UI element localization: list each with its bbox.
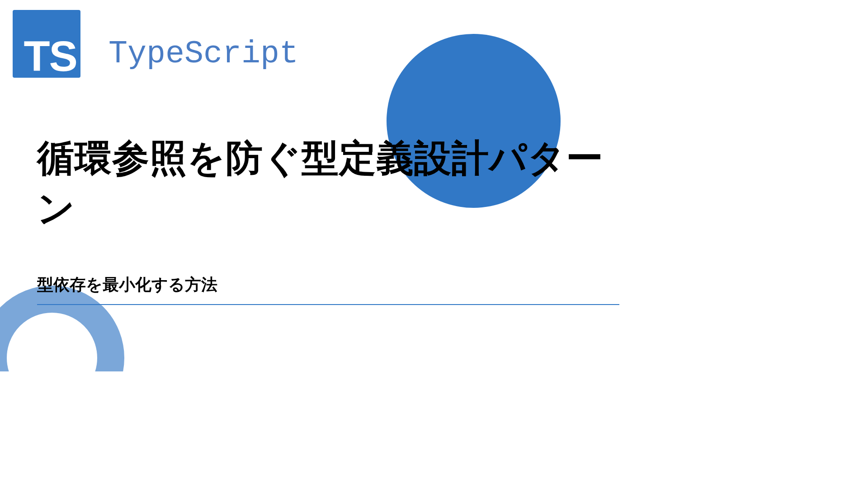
- brand-name: TypeScript: [108, 36, 298, 72]
- slide-subtitle: 型依存を最小化する方法: [37, 274, 619, 304]
- subtitle-section: 型依存を最小化する方法: [37, 274, 619, 305]
- divider-line: [37, 304, 619, 305]
- typescript-logo-icon: TS: [13, 10, 80, 78]
- logo-text: TS: [24, 35, 77, 78]
- slide-title: 循環参照を防ぐ型定義設計パターン: [37, 133, 619, 233]
